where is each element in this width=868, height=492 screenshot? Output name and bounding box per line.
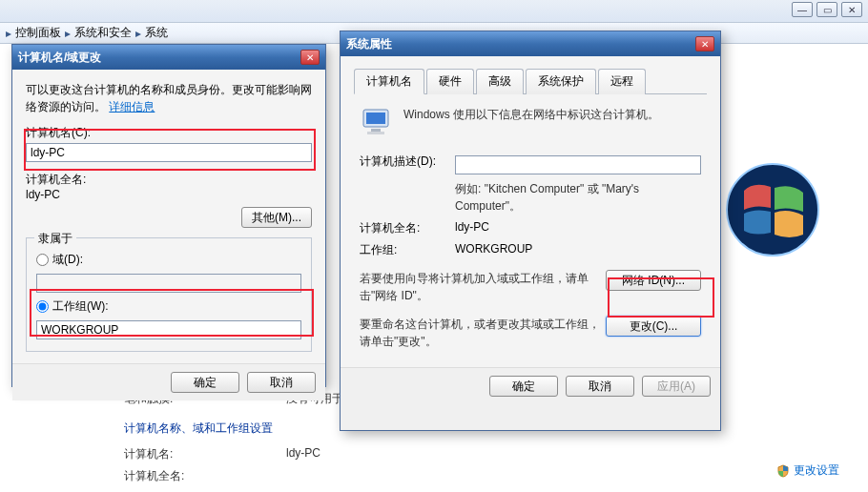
description-example: 例如: "Kitchen Computer" 或 "Mary's Compute… <box>455 180 701 215</box>
fullname-label: 计算机全名: <box>360 220 455 236</box>
details-link[interactable]: 详细信息 <box>109 100 155 113</box>
workgroup-radio-label: 工作组(W): <box>52 298 109 315</box>
svg-point-0 <box>727 164 818 256</box>
apply-button[interactable]: 应用(A) <box>642 376 711 397</box>
cancel-button[interactable]: 取消 <box>247 372 316 393</box>
fullname-value: ldy-PC <box>455 220 701 234</box>
breadcrumb-sep: ▸ <box>6 27 11 40</box>
workgroup-value: WORKGROUP <box>455 242 701 256</box>
close-button[interactable]: ✕ <box>841 2 862 17</box>
domain-radio-label: 域(D): <box>52 252 83 268</box>
tab-remote[interactable]: 远程 <box>598 69 646 94</box>
rename-dialog: 计算机名/域更改 ✕ 可以更改这台计算机的名称和成员身份。更改可能影响网络资源的… <box>11 44 326 387</box>
svg-rect-3 <box>371 129 381 132</box>
maximize-button[interactable]: ▭ <box>816 2 837 17</box>
close-icon[interactable]: ✕ <box>300 50 320 65</box>
breadcrumb-item[interactable]: 系统和安全 <box>74 25 132 41</box>
cancel-button[interactable]: 取消 <box>566 376 634 397</box>
breadcrumb-sep: ▸ <box>65 27 71 40</box>
breadcrumb-item[interactable]: 控制面板 <box>15 25 61 41</box>
window-chrome: — ▭ ✕ <box>0 0 868 23</box>
change-button[interactable]: 更改(C)... <box>606 316 701 337</box>
computer-fullname-label: 计算机全名: <box>124 468 286 484</box>
tab-advanced[interactable]: 高级 <box>476 69 524 94</box>
computer-name-label: 计算机名: <box>124 446 286 462</box>
dialog-title: 计算机名/域更改 <box>18 50 101 66</box>
banner-text: Windows 使用以下信息在网络中标识这台计算机。 <box>403 106 659 123</box>
change-settings-link[interactable]: 更改设置 <box>776 462 839 479</box>
computer-name-input[interactable] <box>26 143 312 162</box>
change-settings-label: 更改设置 <box>794 462 839 479</box>
minimize-button[interactable]: — <box>792 2 813 17</box>
member-of-group: 隶属于 域(D): 工作组(W): <box>26 237 312 352</box>
window-controls: — ▭ ✕ <box>792 2 862 17</box>
description-label: 计算机描述(D): <box>360 154 455 170</box>
dialog-titlebar[interactable]: 计算机名/域更改 ✕ <box>12 45 325 70</box>
member-of-legend: 隶属于 <box>34 231 76 247</box>
tab-system-protection[interactable]: 系统保护 <box>526 69 596 94</box>
shield-icon <box>776 464 790 478</box>
change-text: 要重命名这台计算机，或者更改其域或工作组，请单击"更改"。 <box>360 316 606 350</box>
network-id-button[interactable]: 网络 ID(N)... <box>606 270 701 291</box>
svg-rect-2 <box>366 113 385 124</box>
ok-button[interactable]: 确定 <box>489 376 558 397</box>
domain-input <box>36 274 301 293</box>
close-icon[interactable]: ✕ <box>695 36 714 51</box>
tab-hardware[interactable]: 硬件 <box>426 69 474 94</box>
computer-name-value: ldy-PC <box>286 446 320 462</box>
tab-computer-name[interactable]: 计算机名 <box>354 69 424 94</box>
computer-icon <box>360 106 394 140</box>
dialog-title: 系统属性 <box>346 36 392 52</box>
ok-button[interactable]: 确定 <box>171 372 239 393</box>
system-properties-dialog: 系统属性 ✕ 计算机名 硬件 高级 系统保护 远程 Windows 使用以下信息… <box>340 31 721 431</box>
computer-fullname-label: 计算机全名: <box>26 172 312 188</box>
breadcrumb-item[interactable]: 系统 <box>145 25 168 41</box>
domain-radio[interactable] <box>36 254 49 266</box>
computer-name-label: 计算机名(C): <box>26 125 312 141</box>
svg-rect-4 <box>367 132 384 134</box>
computer-fullname-value: ldy-PC <box>26 188 312 201</box>
tab-strip: 计算机名 硬件 高级 系统保护 远程 <box>354 68 707 94</box>
other-button[interactable]: 其他(M)... <box>241 207 312 228</box>
breadcrumb-sep: ▸ <box>135 27 141 40</box>
description-input[interactable] <box>455 155 701 174</box>
netid-text: 若要使用向导将计算机加入域或工作组，请单击"网络 ID"。 <box>360 270 606 304</box>
workgroup-label: 工作组: <box>360 242 455 258</box>
intro-text: 可以更改这台计算机的名称和成员身份。更改可能影响网络资源的访问。 详细信息 <box>26 81 312 115</box>
dialog-titlebar[interactable]: 系统属性 ✕ <box>341 31 720 56</box>
windows-logo-icon <box>725 162 820 257</box>
workgroup-radio[interactable] <box>36 300 49 313</box>
workgroup-input[interactable] <box>36 320 301 339</box>
